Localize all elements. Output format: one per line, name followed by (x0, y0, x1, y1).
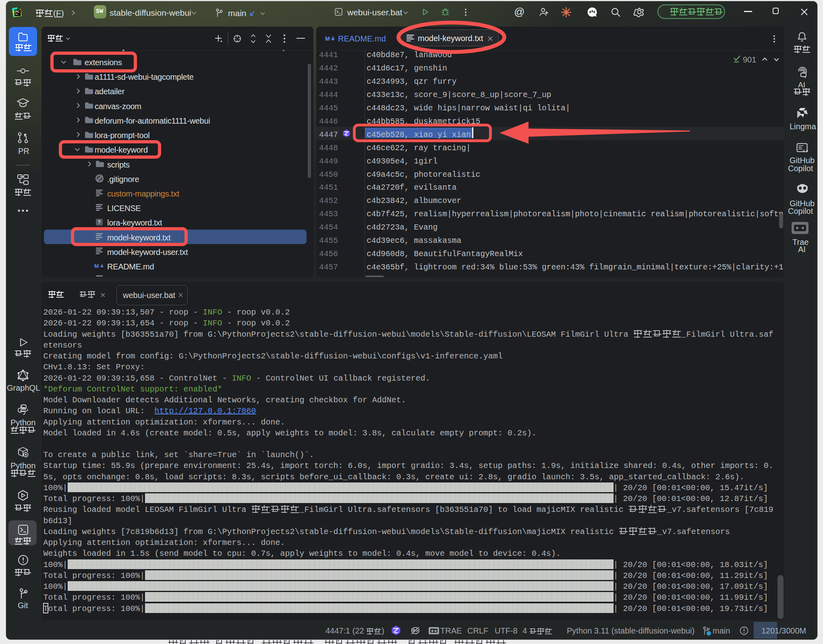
svg-text:M: M (325, 35, 330, 42)
svg-text:M: M (94, 263, 99, 269)
svg-text:?: ? (98, 219, 101, 225)
svg-text:PC: PC (15, 10, 20, 14)
svg-text:@: @ (514, 6, 524, 18)
